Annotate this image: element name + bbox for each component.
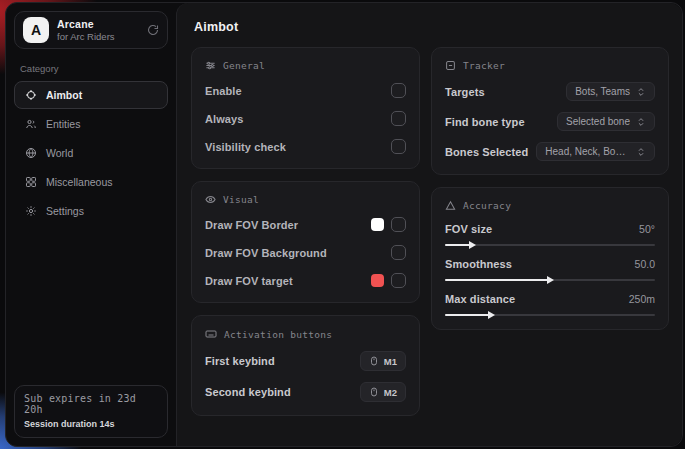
entities-icon (24, 118, 37, 130)
setting-row-always: Always (205, 110, 406, 127)
triangle-icon (445, 200, 456, 211)
sidebar-item-world[interactable]: World (14, 139, 168, 167)
sidebar-item-label: Entities (46, 118, 80, 130)
card-title: Tracker (463, 60, 505, 71)
second-keybind-button[interactable]: M2 (360, 382, 406, 402)
card-title: Accuracy (463, 200, 511, 211)
max-distance-value: 250m (629, 293, 655, 305)
subscription-status-card: Sub expires in 23d 20h Session duration … (14, 385, 168, 438)
general-card: General Enable Always Visibility check (191, 47, 420, 169)
sliders-icon (205, 60, 216, 71)
find-bone-type-dropdown[interactable]: Selected bone (557, 112, 655, 131)
setting-row-smoothness: Smoothness 50.0 (445, 258, 655, 281)
sidebar-item-aimbot[interactable]: Aimbot (14, 81, 168, 109)
first-keybind-button[interactable]: M1 (360, 351, 406, 371)
fov-size-slider[interactable] (445, 244, 655, 246)
app-logo: A (23, 17, 49, 43)
activation-buttons-card: Activation buttons First keybind M1 (191, 315, 420, 416)
setting-row-draw-fov-border: Draw FOV Border (205, 216, 406, 233)
smoothness-value: 50.0 (635, 258, 655, 270)
card-title: General (223, 60, 265, 71)
chevrons-up-down-icon (636, 147, 646, 157)
brand-text: Arcane for Arc Riders (57, 18, 139, 42)
fov-target-color-swatch[interactable] (371, 274, 384, 287)
setting-row-targets: Targets Bots, Teams (445, 82, 655, 101)
session-duration-text: Session duration 14s (24, 419, 158, 429)
setting-row-draw-fov-background: Draw FOV Background (205, 244, 406, 261)
sidebar-item-label: Aimbot (46, 89, 82, 101)
setting-row-fov-size: FOV size 50° (445, 223, 655, 246)
setting-row-max-distance: Max distance 250m (445, 293, 655, 316)
sidebar-item-entities[interactable]: Entities (14, 110, 168, 138)
app-name: Arcane (57, 18, 139, 30)
slider-thumb[interactable] (469, 241, 476, 249)
setting-row-draw-fov-target: Draw FOV target (205, 272, 406, 289)
grid-icon (24, 176, 37, 188)
setting-row-visibility-check: Visibility check (205, 138, 406, 155)
tracker-card: Tracker Targets Bots, Teams (431, 47, 669, 175)
slider-thumb[interactable] (547, 276, 554, 284)
draw-fov-background-checkbox[interactable] (391, 245, 406, 260)
sidebar-item-label: Settings (46, 205, 84, 217)
brand-card: A Arcane for Arc Riders (14, 11, 168, 49)
accuracy-card: Accuracy FOV size 50° (431, 187, 669, 330)
page-title: Aimbot (194, 20, 669, 34)
card-title: Activation buttons (224, 329, 332, 340)
sidebar-item-settings[interactable]: Settings (14, 197, 168, 225)
sidebar-item-label: World (46, 147, 73, 159)
mouse-icon (369, 355, 379, 367)
targets-dropdown[interactable]: Bots, Teams (566, 82, 655, 101)
gear-icon (24, 205, 37, 217)
category-label: Category (20, 63, 162, 74)
refresh-icon[interactable] (147, 24, 159, 36)
sidebar-nav: Aimbot Entities World (14, 81, 168, 225)
fov-border-color-swatch[interactable] (371, 218, 384, 231)
bones-selected-dropdown[interactable]: Head, Neck, Body, Pe.. (536, 142, 655, 161)
enable-checkbox[interactable] (391, 83, 406, 98)
draw-fov-border-checkbox[interactable] (391, 217, 406, 232)
chevrons-up-down-icon (636, 87, 646, 97)
sidebar-item-label: Miscellaneous (46, 176, 113, 188)
setting-row-first-keybind: First keybind M1 (205, 351, 406, 371)
app-window: A Arcane for Arc Riders Category Aimbot (5, 2, 683, 447)
fov-size-value: 50° (639, 223, 655, 235)
globe-icon (24, 147, 37, 159)
card-title: Visual (223, 194, 259, 205)
visibility-check-checkbox[interactable] (391, 139, 406, 154)
setting-row-second-keybind: Second keybind M2 (205, 382, 406, 402)
main-panel: Aimbot General Enable (176, 3, 682, 446)
slider-thumb[interactable] (488, 311, 495, 319)
draw-fov-target-checkbox[interactable] (391, 273, 406, 288)
chevrons-up-down-icon (636, 117, 646, 127)
setting-row-enable: Enable (205, 82, 406, 99)
app-subtitle: for Arc Riders (57, 31, 139, 42)
tracker-icon (445, 60, 456, 71)
setting-row-bones-selected: Bones Selected Head, Neck, Body, Pe.. (445, 142, 655, 161)
sub-expires-text: Sub expires in 23d 20h (24, 393, 158, 415)
sidebar-item-miscellaneous[interactable]: Miscellaneous (14, 168, 168, 196)
smoothness-slider[interactable] (445, 279, 655, 281)
max-distance-slider[interactable] (445, 314, 655, 316)
sidebar: A Arcane for Arc Riders Category Aimbot (6, 3, 176, 446)
setting-row-find-bone-type: Find bone type Selected bone (445, 112, 655, 131)
always-checkbox[interactable] (391, 111, 406, 126)
visual-card: Visual Draw FOV Border Draw FOV Backgrou… (191, 181, 420, 303)
crosshair-icon (24, 89, 37, 101)
mouse-icon (369, 386, 379, 398)
eye-icon (205, 194, 216, 205)
keyboard-icon (205, 328, 217, 340)
